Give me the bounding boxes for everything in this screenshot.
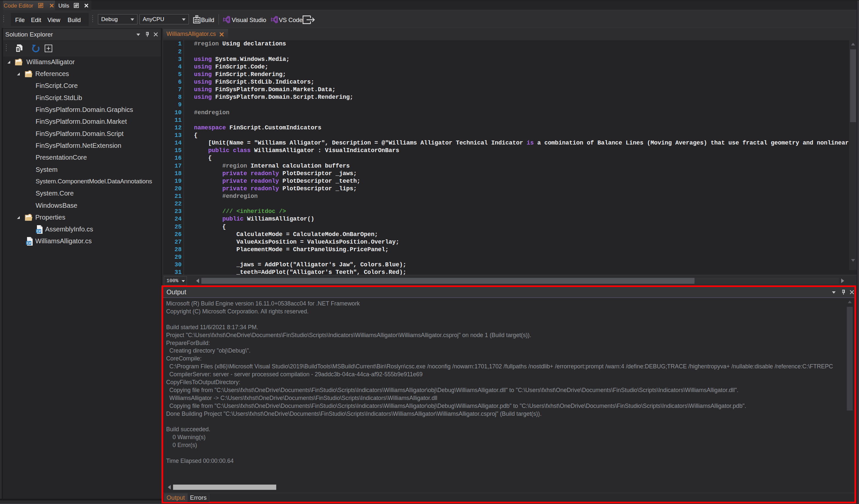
svg-text:C#: C#: [36, 230, 41, 233]
svg-text:C#: C#: [27, 241, 31, 245]
